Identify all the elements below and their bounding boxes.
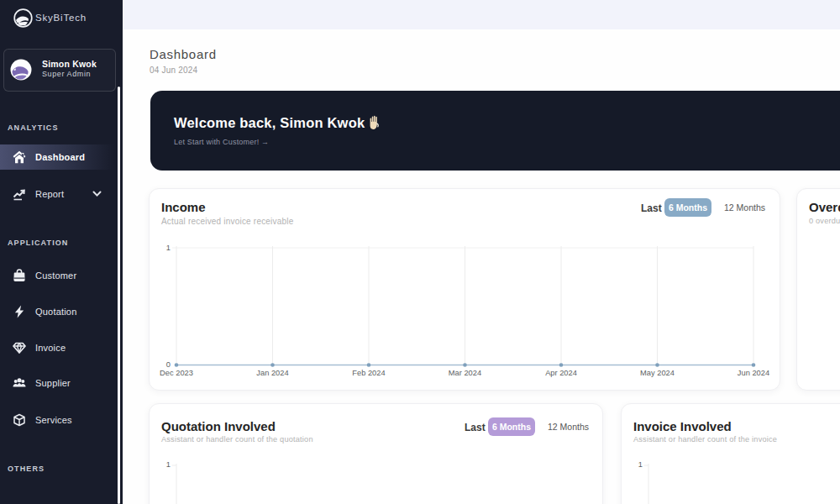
svg-text:1: 1 xyxy=(166,460,171,469)
svg-text:0: 0 xyxy=(166,360,171,369)
svg-text:Apr 2024: Apr 2024 xyxy=(545,369,577,377)
svg-text:1: 1 xyxy=(166,244,171,252)
svg-text:Dec 2023: Dec 2023 xyxy=(160,369,193,377)
svg-text:Jun 2024: Jun 2024 xyxy=(738,369,769,377)
svg-text:1: 1 xyxy=(638,460,643,469)
svg-text:Jan 2024: Jan 2024 xyxy=(256,369,288,377)
svg-text:Mar 2024: Mar 2024 xyxy=(449,369,481,377)
svg-text:May 2024: May 2024 xyxy=(640,369,675,377)
svg-text:Feb 2024: Feb 2024 xyxy=(352,369,385,377)
